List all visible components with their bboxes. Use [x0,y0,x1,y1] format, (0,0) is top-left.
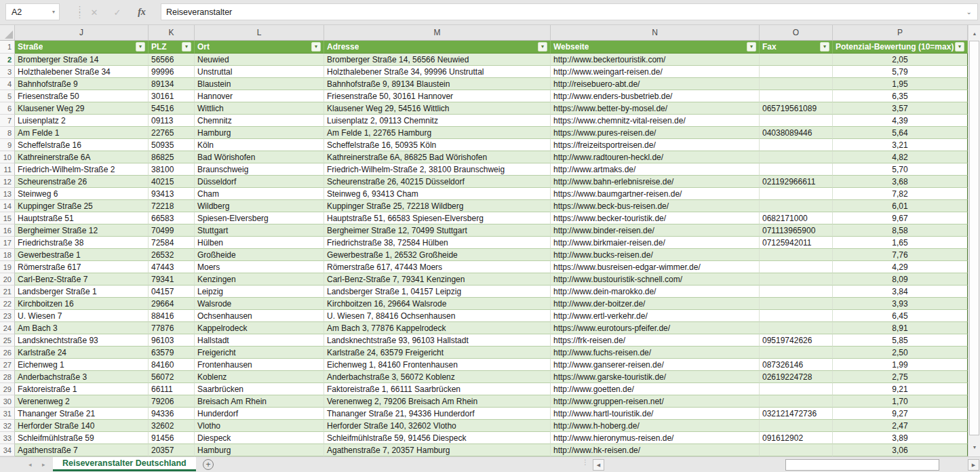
cell-potenzial[interactable]: 3,57 [833,102,968,115]
cell-strasse[interactable]: Scheurenstraße 26 [15,176,149,188]
cell-strasse[interactable]: Bahnhofstraße 9 [15,78,149,90]
cell-plz[interactable]: 79341 [149,273,195,286]
scroll-left-icon[interactable]: ◀ [593,459,604,471]
cell-webseite[interactable]: http://www.weingart-reisen.de/ [551,66,760,78]
cell-ort[interactable]: Walsrode [195,298,324,310]
cell-adresse[interactable]: Carl-Benz-Straße 7, 79341 Kenzingen [324,273,551,286]
cell-ort[interactable]: Bad Wörishofen [195,151,324,163]
cell-adresse[interactable]: U. Wiesen 7, 88416 Ochsenhausen [324,310,551,322]
cell-webseite[interactable]: https://www.garske-touristik.de/ [551,371,760,383]
add-sheet-icon[interactable]: + [203,459,214,470]
cell-strasse[interactable]: Klausener Weg 29 [15,102,149,115]
cell-adresse[interactable]: Verenenweg 2, 79206 Breisach Am Rhein [324,395,551,408]
cell-webseite[interactable]: http://www.gruppen-reisen.net/ [551,395,760,408]
cell-adresse[interactable]: Landsknechtstraße 93, 96103 Hallstadt [324,334,551,347]
cell-plz[interactable]: 04157 [149,286,195,298]
cell-adresse[interactable]: Steinweg 6, 93413 Cham [324,188,551,200]
insert-function-icon[interactable]: fx [133,4,151,20]
cell-adresse[interactable]: Kirchboitzen 16, 29664 Walsrode [324,298,551,310]
cell-strasse[interactable]: Verenenweg 2 [15,395,149,408]
cell-strasse[interactable]: Bromberger Straße 14 [15,54,149,66]
cell-ort[interactable]: Blaustein [195,78,324,90]
cell-ort[interactable]: Großheide [195,249,324,261]
cell-potenzial[interactable]: 1,95 [833,78,968,90]
row-header-9[interactable]: 9 [0,139,15,151]
cell-potenzial[interactable]: 7,76 [833,249,968,261]
row-header-27[interactable]: 27 [0,359,15,371]
cell-webseite[interactable]: http://www.fuchs-reisen.de/ [551,347,760,359]
cell-adresse[interactable]: Kuppinger Straße 25, 72218 Wildberg [324,200,551,212]
cell-webseite[interactable]: http://www.goetten.de/ [551,383,760,395]
cell-plz[interactable]: 40215 [149,176,195,188]
cell-strasse[interactable]: Karlstraße 24 [15,347,149,359]
cell-fax[interactable] [760,444,833,456]
cell-strasse[interactable]: Am Bach 3 [15,322,149,334]
cell-adresse[interactable]: Bergheimer Straße 12, 70499 Stuttgart [324,224,551,237]
cell-potenzial[interactable]: 1,70 [833,395,968,408]
row-header-28[interactable]: 28 [0,371,15,383]
cell-ort[interactable]: Saarbrücken [195,383,324,395]
row-header-2[interactable]: 2 [0,54,15,66]
row-header-34[interactable]: 34 [0,444,15,456]
cell-webseite[interactable]: http://www.artmaks.de/ [551,163,760,176]
cell-webseite[interactable]: http://www.bahn-erlebnisreise.de/ [551,176,760,188]
filter-icon[interactable]: ▾ [182,42,191,52]
cell-fax[interactable] [760,310,833,322]
cell-potenzial[interactable]: 1,65 [833,237,968,249]
cell-fax[interactable]: 071113965900 [760,224,833,237]
cell-adresse[interactable]: Eichenweg 1, 84160 Frontenhausen [324,359,551,371]
cell-fax[interactable]: 065719561089 [760,102,833,115]
vertical-scrollbar[interactable]: ▲ ▼ [968,25,980,456]
cell-adresse[interactable]: Am Felde 1, 22765 Hamburg [324,127,551,139]
cell-plz[interactable]: 94336 [149,408,195,420]
cell-potenzial[interactable]: 3,93 [833,298,968,310]
row-header-8[interactable]: 8 [0,127,15,139]
cell-plz[interactable]: 26532 [149,249,195,261]
row-header-6[interactable]: 6 [0,102,15,115]
row-header-7[interactable]: 7 [0,115,15,127]
header-cell-o[interactable]: Fax▾ [760,41,833,54]
cell-fax[interactable] [760,188,833,200]
cell-ort[interactable]: Hamburg [195,444,324,456]
cell-ort[interactable]: Stuttgart [195,224,324,237]
cell-potenzial[interactable]: 9,27 [833,408,968,420]
cell-potenzial[interactable]: 7,82 [833,188,968,200]
cell-fax[interactable]: 0682171000 [760,212,833,224]
cell-plz[interactable]: 29664 [149,298,195,310]
cell-ort[interactable]: Köln [195,139,324,151]
cell-ort[interactable]: Diespeck [195,432,324,444]
cell-webseite[interactable]: http://www.enders-busbetrieb.de/ [551,90,760,102]
cell-adresse[interactable]: Faktoreistraße 1, 66111 Saarbrücken [324,383,551,395]
cell-plz[interactable]: 50935 [149,139,195,151]
cell-plz[interactable]: 70499 [149,224,195,237]
cell-fax[interactable]: 07125942011 [760,237,833,249]
cell-strasse[interactable]: Friesenstraße 50 [15,90,149,102]
cell-ort[interactable]: Düsseldorf [195,176,324,188]
cell-potenzial[interactable]: 2,75 [833,371,968,383]
cell-ort[interactable]: Freigericht [195,347,324,359]
cell-fax[interactable] [760,151,833,163]
cell-ort[interactable]: Moers [195,261,324,273]
cell-plz[interactable]: 96103 [149,334,195,347]
cell-webseite[interactable]: http://www.radtouren-heckl.de/ [551,151,760,163]
confirm-icon[interactable]: ✓ [109,4,126,20]
cell-adresse[interactable]: Hauptstraße 51, 66583 Spiesen-Elversberg [324,212,551,224]
row-header-11[interactable]: 11 [0,163,15,176]
cell-ort[interactable]: Hülben [195,237,324,249]
tab-next-icon[interactable]: ▸ [42,461,45,468]
cell-fax[interactable] [760,261,833,273]
cell-ort[interactable]: Wildberg [195,200,324,212]
cell-webseite[interactable]: http://www.der-boitzer.de/ [551,298,760,310]
cell-adresse[interactable]: Herforder Straße 140, 32602 Vlotho [324,420,551,432]
cell-adresse[interactable]: Friedrichstraße 38, 72584 Hülben [324,237,551,249]
cell-fax[interactable] [760,200,833,212]
cell-adresse[interactable]: Am Bach 3, 77876 Kappelrodeck [324,322,551,334]
cell-adresse[interactable]: Schleifmühlstraße 59, 91456 Diespeck [324,432,551,444]
cell-potenzial[interactable]: 3,68 [833,176,968,188]
cell-potenzial[interactable]: 4,82 [833,151,968,163]
cell-fax[interactable] [760,90,833,102]
column-header-n[interactable]: N [551,25,760,40]
cell-adresse[interactable]: Luisenplatz 2, 09113 Chemnitz [324,115,551,127]
cell-fax[interactable] [760,54,833,66]
cell-strasse[interactable]: Gewerbestraße 1 [15,249,149,261]
